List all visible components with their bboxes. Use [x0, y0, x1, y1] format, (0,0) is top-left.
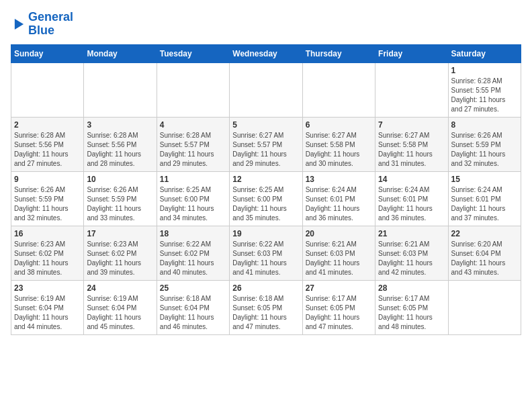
day-number: 22 [451, 229, 518, 238]
day-info: Sunrise: 6:23 AM Sunset: 6:02 PM Dayligh… [14, 240, 81, 277]
weekday-header-cell: Monday [84, 44, 157, 62]
calendar-cell [230, 62, 302, 117]
calendar-cell: 7Sunrise: 6:27 AM Sunset: 5:58 PM Daylig… [375, 117, 448, 171]
page-header: General Blue [11, 11, 521, 38]
calendar-cell: 8Sunrise: 6:26 AM Sunset: 5:59 PM Daylig… [448, 117, 521, 171]
day-number: 23 [14, 283, 81, 293]
day-info: Sunrise: 6:24 AM Sunset: 6:01 PM Dayligh… [306, 185, 372, 223]
day-number: 2 [14, 120, 81, 130]
calendar-cell: 17Sunrise: 6:23 AM Sunset: 6:02 PM Dayli… [84, 226, 157, 280]
day-info: Sunrise: 6:17 AM Sunset: 6:05 PM Dayligh… [306, 294, 372, 332]
calendar-cell: 11Sunrise: 6:25 AM Sunset: 6:00 PM Dayli… [157, 171, 229, 226]
day-info: Sunrise: 6:19 AM Sunset: 6:04 PM Dayligh… [14, 294, 81, 332]
calendar-cell: 28Sunrise: 6:17 AM Sunset: 6:05 PM Dayli… [375, 280, 448, 334]
calendar-cell: 21Sunrise: 6:21 AM Sunset: 6:03 PM Dayli… [375, 226, 448, 280]
calendar-cell: 22Sunrise: 6:20 AM Sunset: 6:04 PM Dayli… [448, 226, 521, 280]
weekday-header-cell: Tuesday [157, 44, 229, 62]
day-info: Sunrise: 6:25 AM Sunset: 6:00 PM Dayligh… [232, 185, 299, 223]
weekday-header-cell: Friday [375, 44, 448, 62]
day-number: 9 [14, 175, 81, 184]
calendar-body: 1Sunrise: 6:28 AM Sunset: 5:55 PM Daylig… [11, 62, 521, 334]
day-info: Sunrise: 6:25 AM Sunset: 6:00 PM Dayligh… [160, 185, 226, 223]
day-info: Sunrise: 6:26 AM Sunset: 5:59 PM Dayligh… [14, 185, 81, 223]
calendar-cell: 18Sunrise: 6:22 AM Sunset: 6:02 PM Dayli… [157, 226, 229, 280]
day-number: 28 [378, 283, 445, 293]
calendar-cell: 12Sunrise: 6:25 AM Sunset: 6:00 PM Dayli… [230, 171, 302, 226]
calendar-cell: 16Sunrise: 6:23 AM Sunset: 6:02 PM Dayli… [11, 226, 84, 280]
day-info: Sunrise: 6:28 AM Sunset: 5:55 PM Dayligh… [451, 77, 518, 114]
day-info: Sunrise: 6:21 AM Sunset: 6:03 PM Dayligh… [306, 240, 372, 277]
calendar-cell: 6Sunrise: 6:27 AM Sunset: 5:58 PM Daylig… [302, 117, 375, 171]
calendar-cell [375, 62, 448, 117]
calendar-cell: 9Sunrise: 6:26 AM Sunset: 5:59 PM Daylig… [11, 171, 84, 226]
calendar-cell: 10Sunrise: 6:26 AM Sunset: 5:59 PM Dayli… [84, 171, 157, 226]
day-number: 13 [306, 175, 372, 184]
calendar-cell: 27Sunrise: 6:17 AM Sunset: 6:05 PM Dayli… [302, 280, 375, 334]
calendar-week-row: 23Sunrise: 6:19 AM Sunset: 6:04 PM Dayli… [11, 280, 521, 334]
calendar-cell: 23Sunrise: 6:19 AM Sunset: 6:04 PM Dayli… [11, 280, 84, 334]
day-info: Sunrise: 6:27 AM Sunset: 5:58 PM Dayligh… [306, 131, 372, 169]
day-number: 4 [160, 120, 226, 130]
day-number: 15 [451, 175, 518, 184]
calendar-cell [84, 62, 157, 117]
calendar-cell: 5Sunrise: 6:27 AM Sunset: 5:57 PM Daylig… [230, 117, 302, 171]
day-info: Sunrise: 6:26 AM Sunset: 5:59 PM Dayligh… [451, 131, 518, 169]
calendar-cell: 26Sunrise: 6:18 AM Sunset: 6:05 PM Dayli… [230, 280, 302, 334]
day-info: Sunrise: 6:23 AM Sunset: 6:02 PM Dayligh… [87, 240, 153, 277]
calendar-week-row: 9Sunrise: 6:26 AM Sunset: 5:59 PM Daylig… [11, 171, 521, 226]
day-number: 11 [160, 175, 226, 184]
calendar-cell: 15Sunrise: 6:24 AM Sunset: 6:01 PM Dayli… [448, 171, 521, 226]
calendar-week-row: 2Sunrise: 6:28 AM Sunset: 5:56 PM Daylig… [11, 117, 521, 171]
day-info: Sunrise: 6:27 AM Sunset: 5:58 PM Dayligh… [378, 131, 445, 169]
day-number: 18 [160, 229, 226, 238]
day-info: Sunrise: 6:24 AM Sunset: 6:01 PM Dayligh… [451, 185, 518, 223]
logo-text: General Blue [28, 11, 73, 38]
day-number: 26 [232, 283, 299, 293]
day-info: Sunrise: 6:17 AM Sunset: 6:05 PM Dayligh… [378, 294, 445, 332]
logo-icon [11, 17, 26, 32]
day-number: 14 [378, 175, 445, 184]
calendar-table: SundayMondayTuesdayWednesdayThursdayFrid… [11, 44, 521, 335]
day-info: Sunrise: 6:27 AM Sunset: 5:57 PM Dayligh… [232, 131, 299, 169]
day-number: 20 [306, 229, 372, 238]
calendar-week-row: 1Sunrise: 6:28 AM Sunset: 5:55 PM Daylig… [11, 62, 521, 117]
day-number: 5 [232, 120, 299, 130]
day-info: Sunrise: 6:28 AM Sunset: 5:57 PM Dayligh… [160, 131, 226, 169]
day-number: 19 [232, 229, 299, 238]
day-info: Sunrise: 6:26 AM Sunset: 5:59 PM Dayligh… [87, 185, 153, 223]
day-number: 27 [306, 283, 372, 293]
calendar-cell [157, 62, 229, 117]
day-number: 25 [160, 283, 226, 293]
day-number: 1 [451, 66, 518, 75]
calendar-cell: 2Sunrise: 6:28 AM Sunset: 5:56 PM Daylig… [11, 117, 84, 171]
calendar-cell: 20Sunrise: 6:21 AM Sunset: 6:03 PM Dayli… [302, 226, 375, 280]
calendar-cell: 13Sunrise: 6:24 AM Sunset: 6:01 PM Dayli… [302, 171, 375, 226]
calendar-header-row: SundayMondayTuesdayWednesdayThursdayFrid… [11, 44, 521, 62]
calendar-cell: 3Sunrise: 6:28 AM Sunset: 5:56 PM Daylig… [84, 117, 157, 171]
day-number: 16 [14, 229, 81, 238]
weekday-header-cell: Sunday [11, 44, 84, 62]
calendar-cell: 4Sunrise: 6:28 AM Sunset: 5:57 PM Daylig… [157, 117, 229, 171]
weekday-header-cell: Wednesday [230, 44, 302, 62]
day-number: 7 [378, 120, 445, 130]
day-number: 12 [232, 175, 299, 184]
day-info: Sunrise: 6:20 AM Sunset: 6:04 PM Dayligh… [451, 240, 518, 277]
calendar-cell: 1Sunrise: 6:28 AM Sunset: 5:55 PM Daylig… [448, 62, 521, 117]
day-info: Sunrise: 6:18 AM Sunset: 6:05 PM Dayligh… [232, 294, 299, 332]
day-info: Sunrise: 6:28 AM Sunset: 5:56 PM Dayligh… [14, 131, 81, 169]
day-info: Sunrise: 6:28 AM Sunset: 5:56 PM Dayligh… [87, 131, 153, 169]
calendar-week-row: 16Sunrise: 6:23 AM Sunset: 6:02 PM Dayli… [11, 226, 521, 280]
day-number: 21 [378, 229, 445, 238]
day-number: 3 [87, 120, 153, 130]
calendar-cell: 25Sunrise: 6:18 AM Sunset: 6:04 PM Dayli… [157, 280, 229, 334]
calendar-cell [448, 280, 521, 334]
calendar-cell [302, 62, 375, 117]
day-number: 10 [87, 175, 153, 184]
day-info: Sunrise: 6:22 AM Sunset: 6:03 PM Dayligh… [232, 240, 299, 277]
day-info: Sunrise: 6:22 AM Sunset: 6:02 PM Dayligh… [160, 240, 226, 277]
calendar-cell: 14Sunrise: 6:24 AM Sunset: 6:01 PM Dayli… [375, 171, 448, 226]
calendar-cell: 19Sunrise: 6:22 AM Sunset: 6:03 PM Dayli… [230, 226, 302, 280]
day-number: 8 [451, 120, 518, 130]
day-number: 24 [87, 283, 153, 293]
day-info: Sunrise: 6:18 AM Sunset: 6:04 PM Dayligh… [160, 294, 226, 332]
